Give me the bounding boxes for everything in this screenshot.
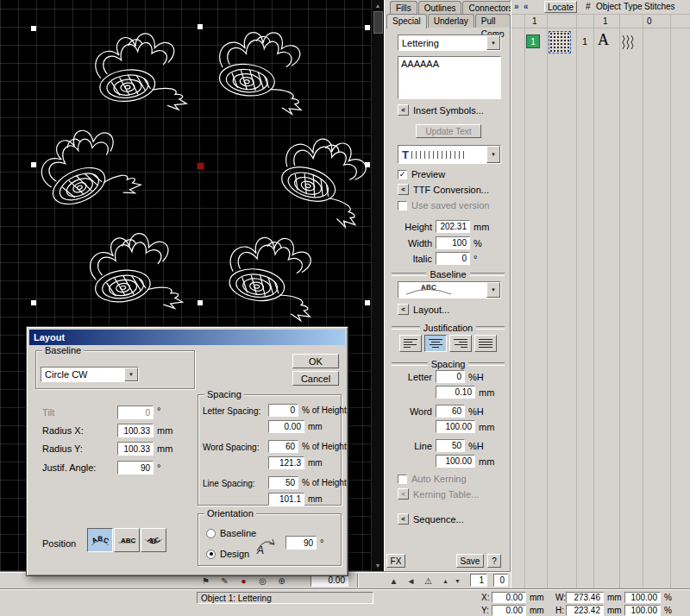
radius-y-field[interactable]: 100.33 — [117, 442, 154, 456]
baseline-orientation-radio[interactable]: Baseline — [206, 528, 256, 538]
line-spacing-label: Line Spacing: — [203, 479, 255, 488]
chevron-down-icon[interactable]: ▼ — [124, 368, 138, 381]
tab-underlay[interactable]: Underlay — [428, 14, 474, 28]
line-spacing-pct-field[interactable]: 50 — [436, 439, 465, 452]
scrollbar-thumb[interactable] — [373, 11, 383, 34]
layout-collapse-button[interactable]: < — [398, 304, 409, 315]
letter-spacing-pct-field[interactable]: 0 — [268, 404, 298, 417]
expand-panel-icon[interactable]: « — [524, 2, 529, 11]
toolbar-field-1[interactable]: 1 — [470, 574, 487, 587]
h-percent-field[interactable]: 100.00 — [624, 605, 661, 616]
tab-fills[interactable]: Fills — [390, 1, 417, 15]
color-index-badge[interactable]: 1 — [526, 35, 540, 48]
design-orientation-radio[interactable]: Design — [206, 549, 249, 559]
line-mm-unit: mm — [308, 494, 323, 504]
tab-special[interactable]: Special — [386, 14, 427, 28]
scroll-down-icon[interactable]: ▼ — [372, 563, 384, 569]
tab-outlines[interactable]: Outlines — [418, 1, 462, 15]
baseline-mode-select[interactable]: Circle CW ▼ — [41, 367, 139, 382]
position-arc-up-button[interactable]: ABC — [87, 528, 113, 552]
save-button[interactable]: Save — [456, 554, 484, 568]
word-spacing-mm-field[interactable]: 100.00 — [436, 420, 475, 433]
word-spacing-mm-field[interactable]: 121.3 — [268, 456, 304, 469]
chevron-down-icon[interactable]: ▼ — [486, 35, 500, 50]
canvas-vertical-scrollbar[interactable]: ▲ ▼ — [371, 0, 384, 571]
auto-kerning-checkbox[interactable]: Auto Kerning — [398, 474, 467, 484]
use-saved-version-checkbox[interactable]: Use saved version — [398, 200, 490, 211]
ok-button[interactable]: OK — [292, 354, 339, 368]
object-thumbnail[interactable] — [549, 31, 571, 53]
orientation-angle-field[interactable]: 90 — [285, 536, 317, 550]
locate-button[interactable]: Locate — [544, 1, 577, 13]
insert-symbols-collapse-button[interactable]: < — [398, 104, 409, 116]
letter-spacing-mm-field[interactable]: 0.00 — [268, 420, 304, 433]
sequence-label[interactable]: Sequence... — [413, 514, 464, 525]
selection-handle[interactable] — [365, 300, 370, 305]
ttf-conversion-label[interactable]: TTF Conversion... — [413, 185, 489, 195]
chevron-down-icon[interactable]: ▼ — [486, 282, 500, 298]
letter-spacing-pct-field[interactable]: 0 — [436, 370, 465, 383]
font-preview-select[interactable]: T ▼ — [398, 145, 501, 164]
baseline-select[interactable]: ABC ▼ — [398, 281, 501, 299]
line-spacing-mm-field[interactable]: 101.1 — [268, 493, 304, 506]
italic-field[interactable]: 0 — [436, 252, 470, 265]
width-field[interactable]: 100 — [436, 236, 470, 249]
line-spacing-mm-field[interactable]: 100.00 — [436, 455, 475, 468]
selection-handle[interactable] — [365, 25, 370, 30]
tilt-unit: ° — [157, 405, 160, 416]
preview-label: Preview — [411, 169, 445, 179]
kerning-table-label: Kerning Table... — [413, 489, 479, 500]
speaker-icon[interactable]: ◄ — [404, 574, 418, 588]
selection-handle[interactable] — [365, 162, 370, 167]
step-down-icon[interactable]: ▼ — [450, 574, 465, 588]
insert-symbols-label[interactable]: Insert Symbols... — [413, 105, 484, 116]
preview-checkbox[interactable]: ✓ Preview — [398, 169, 445, 179]
toolbar-field-2[interactable]: 0 — [493, 574, 508, 587]
letter-spacing-mm-field[interactable]: 0.10 — [436, 386, 475, 399]
letter-mm-unit: mm — [308, 422, 323, 431]
help-button[interactable]: ? — [487, 554, 501, 568]
lettering-text-input[interactable]: AAAAAA — [398, 56, 501, 99]
tab-pull-comp[interactable]: Pull Comp — [475, 14, 511, 28]
height-field[interactable]: 202.31 — [436, 220, 470, 233]
object-row[interactable]: 1 1 A — [511, 29, 690, 55]
sequence-collapse-button[interactable]: < — [398, 513, 409, 525]
justify-full-button[interactable] — [474, 335, 497, 352]
kerning-table-collapse-button[interactable]: < — [398, 488, 409, 500]
position-arc-down-button[interactable]: ABC — [141, 528, 166, 552]
update-text-button[interactable]: Update Text — [416, 124, 481, 138]
selection-handle[interactable] — [198, 24, 203, 29]
orientation-angle-unit: ° — [320, 537, 323, 548]
w-percent-field[interactable]: 100.00 — [624, 592, 661, 603]
word-spacing-pct-field[interactable]: 60 — [436, 405, 465, 418]
scroll-up-icon[interactable]: ▲ — [372, 0, 384, 9]
word-mm-unit: mm — [308, 458, 323, 468]
selection-handle[interactable] — [198, 300, 203, 305]
ttf-conversion-collapse-button[interactable]: < — [398, 184, 409, 195]
justify-left-button[interactable] — [399, 335, 422, 352]
selection-handle[interactable] — [31, 26, 36, 31]
cancel-button[interactable]: Cancel — [292, 371, 339, 386]
justif-angle-field[interactable]: 90 — [117, 461, 154, 475]
w-field[interactable]: 273.46 — [566, 592, 604, 603]
h-field[interactable]: 223.42 — [566, 605, 604, 616]
x-field[interactable]: 0.00 — [492, 592, 526, 603]
object-type-select[interactable]: Lettering ▼ — [398, 35, 501, 51]
warning-icon[interactable]: ⚠ — [421, 574, 436, 588]
y-field[interactable]: 0.00 — [492, 605, 526, 616]
justify-right-button[interactable] — [449, 335, 472, 352]
radius-x-field[interactable]: 100.33 — [117, 424, 154, 437]
fx-button[interactable]: FX — [386, 554, 405, 568]
collapse-panel-icon[interactable]: » — [514, 2, 519, 11]
layout-label[interactable]: Layout... — [413, 305, 449, 315]
layers-icon[interactable]: ▲ — [386, 574, 401, 588]
selection-handle[interactable] — [31, 300, 36, 305]
position-straight-button[interactable]: ABC — [114, 528, 140, 552]
svg-text:ABC: ABC — [146, 536, 161, 545]
dialog-title-bar[interactable]: Layout — [29, 330, 345, 345]
line-spacing-pct-field[interactable]: 50 — [268, 476, 298, 489]
word-spacing-pct-field[interactable]: 60 — [268, 440, 298, 453]
selection-handle[interactable] — [31, 162, 36, 167]
justify-center-button[interactable] — [424, 335, 447, 352]
chevron-down-icon[interactable]: ▼ — [486, 146, 500, 163]
